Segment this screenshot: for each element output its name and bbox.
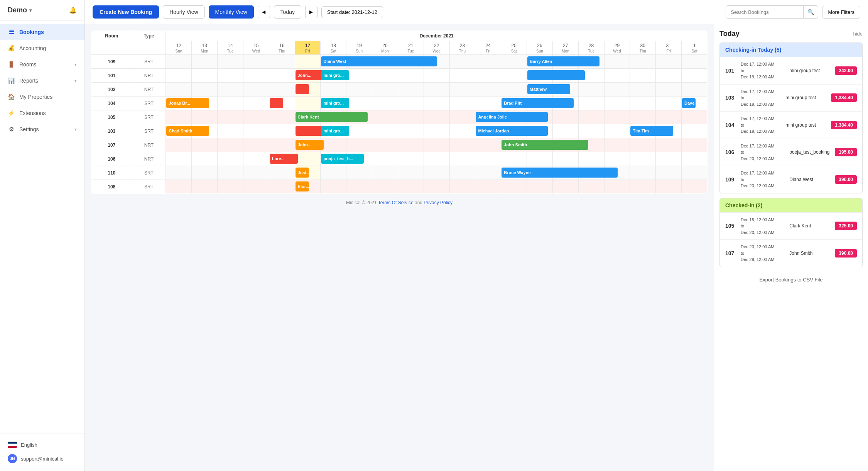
cal-cell-109-30[interactable] (630, 55, 656, 69)
cal-cell-102-12[interactable] (166, 83, 192, 97)
cal-cell-102-29[interactable] (604, 83, 630, 97)
cal-cell-106-14[interactable] (218, 152, 243, 166)
cal-cell-110-18[interactable] (321, 166, 346, 180)
cal-cell-102-24[interactable] (475, 83, 501, 97)
cal-cell-102-25[interactable] (501, 83, 527, 97)
cal-cell-109-29[interactable] (604, 55, 630, 69)
cal-cell-104-19[interactable] (346, 97, 372, 110)
cal-cell-107-25[interactable]: John Smith (501, 138, 527, 152)
cal-cell-107-13[interactable] (192, 138, 218, 152)
cal-cell-110-15[interactable] (243, 166, 269, 180)
notification-bell-icon[interactable]: 🔔 (69, 7, 77, 14)
booking-bar[interactable]: Angelina Jolie (476, 112, 548, 122)
panel-row[interactable]: 107 Dec 23, 12:00 AMtoDec 29, 12:00 AM J… (720, 239, 862, 267)
booking-bar[interactable]: Just... (296, 168, 309, 178)
cal-cell-110-1[interactable] (682, 166, 708, 180)
cal-cell-108-19[interactable] (346, 180, 372, 194)
cal-cell-106-23[interactable] (449, 152, 475, 166)
cal-cell-109-25[interactable] (501, 55, 527, 69)
cal-cell-107-16[interactable] (269, 138, 295, 152)
booking-bar[interactable]: Clark Kent (296, 112, 368, 122)
cal-cell-110-21[interactable] (398, 166, 424, 180)
panel-row[interactable]: 105 Dec 15, 12:00 AMtoDec 20, 12:00 AM C… (720, 212, 862, 240)
cal-cell-101-19[interactable] (346, 69, 372, 83)
export-bookings-link[interactable]: Export Bookings to CSV File (719, 272, 863, 287)
cal-cell-108-28[interactable] (578, 180, 604, 194)
panel-row[interactable]: 109 Dec 17, 12:00 AMtoDec 23, 12:00 AM D… (720, 166, 862, 193)
cal-cell-106-12[interactable] (166, 152, 192, 166)
cal-cell-105-27[interactable] (552, 110, 578, 124)
sidebar-item-rooms[interactable]: 🚪 Rooms ▾ (0, 56, 84, 73)
cal-cell-102-18[interactable] (321, 83, 346, 97)
cal-cell-101-24[interactable] (475, 69, 501, 83)
cal-cell-110-22[interactable] (424, 166, 449, 180)
cal-cell-109-24[interactable] (475, 55, 501, 69)
cal-cell-108-21[interactable] (398, 180, 424, 194)
cal-cell-101-20[interactable] (372, 69, 398, 83)
cal-cell-107-24[interactable] (475, 138, 501, 152)
next-arrow-button[interactable]: ▶ (305, 6, 317, 18)
cal-cell-103-19[interactable] (346, 124, 372, 138)
sidebar-item-extensions[interactable]: ⚡ Extensions (0, 105, 84, 121)
cal-cell-108-20[interactable] (372, 180, 398, 194)
cal-cell-104-18[interactable]: mini gro... (321, 97, 346, 110)
cal-cell-108-17[interactable]: Elor... (295, 180, 321, 194)
cal-cell-101-14[interactable] (218, 69, 243, 83)
search-input[interactable] (726, 6, 803, 18)
cal-cell-103-30[interactable]: Tim Tim (630, 124, 656, 138)
cal-cell-103-28[interactable] (578, 124, 604, 138)
cal-cell-106-28[interactable] (578, 152, 604, 166)
cal-cell-105-21[interactable] (398, 110, 424, 124)
user-profile[interactable]: JN support@minical.io (8, 451, 77, 466)
cal-cell-105-22[interactable] (424, 110, 449, 124)
booking-bar[interactable]: John... (296, 140, 324, 150)
cal-cell-107-29[interactable] (604, 138, 630, 152)
cal-cell-104-24[interactable] (475, 97, 501, 110)
search-button[interactable]: 🔍 (803, 6, 818, 18)
cal-cell-108-18[interactable] (321, 180, 346, 194)
cal-cell-105-16[interactable] (269, 110, 295, 124)
booking-bar[interactable] (527, 70, 585, 80)
cal-cell-104-14[interactable] (218, 97, 243, 110)
cal-cell-104-16[interactable] (269, 97, 295, 110)
cal-cell-109-1[interactable] (682, 55, 708, 69)
app-logo[interactable]: Demo ▾ 🔔 (0, 0, 84, 21)
cal-cell-105-30[interactable] (630, 110, 656, 124)
cal-cell-110-30[interactable] (630, 166, 656, 180)
cal-cell-109-26[interactable]: Barry Allen (527, 55, 553, 69)
booking-bar[interactable]: Barry Allen (527, 56, 599, 66)
create-new-booking-button[interactable]: Create New Booking (93, 5, 159, 19)
cal-cell-104-31[interactable] (656, 97, 682, 110)
booking-bar[interactable]: Matthew (527, 84, 570, 94)
sidebar-item-bookings[interactable]: ☰ Bookings (0, 24, 84, 40)
cal-cell-108-31[interactable] (656, 180, 682, 194)
booking-bar[interactable] (321, 168, 349, 178)
cal-cell-103-20[interactable] (372, 124, 398, 138)
sidebar-item-reports[interactable]: 📊 Reports ▾ (0, 73, 84, 89)
booking-bar[interactable]: John... (296, 70, 324, 80)
panel-row[interactable]: 106 Dec 17, 12:00 AMtoDec 20, 12:00 AM p… (720, 139, 862, 166)
cal-cell-102-22[interactable] (424, 83, 449, 97)
cal-cell-101-16[interactable] (269, 69, 295, 83)
cal-cell-101-21[interactable] (398, 69, 424, 83)
cal-cell-102-16[interactable] (269, 83, 295, 97)
cal-cell-104-29[interactable] (604, 97, 630, 110)
cal-cell-104-22[interactable] (424, 97, 449, 110)
cal-cell-107-17[interactable]: John... (295, 138, 321, 152)
cal-cell-110-16[interactable] (269, 166, 295, 180)
cal-cell-103-1[interactable] (682, 124, 708, 138)
booking-bar[interactable]: Lore... (270, 154, 298, 164)
booking-bar[interactable]: Tim Tim (630, 126, 673, 136)
cal-cell-108-25[interactable] (501, 180, 527, 194)
cal-cell-104-1[interactable]: Dave Matthe... (682, 97, 708, 110)
cal-cell-106-15[interactable] (243, 152, 269, 166)
cal-cell-107-1[interactable] (682, 138, 708, 152)
cal-cell-109-13[interactable] (192, 55, 218, 69)
cal-cell-106-25[interactable] (501, 152, 527, 166)
cal-cell-101-18[interactable]: mini gro... (321, 69, 346, 83)
cal-cell-106-16[interactable]: Lore... (269, 152, 295, 166)
cal-cell-108-12[interactable] (166, 180, 192, 194)
cal-cell-103-23[interactable] (449, 124, 475, 138)
cal-cell-110-20[interactable] (372, 166, 398, 180)
monthly-view-button[interactable]: Monthly View (209, 5, 254, 19)
